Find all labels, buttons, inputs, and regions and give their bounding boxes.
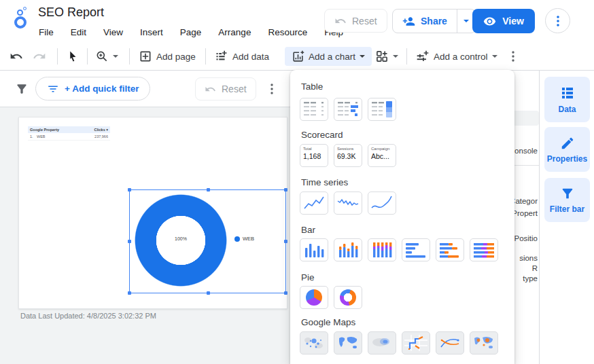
chevron-down-icon (464, 20, 469, 22)
menu-arrange[interactable]: Arrange (218, 27, 251, 37)
canvas-table-chart[interactable]: Google Property Clicks ▾ 1. WEB 237,966 (28, 126, 110, 141)
menu-resource[interactable]: Resource (268, 27, 307, 37)
chart-thumb-heatmap[interactable] (368, 331, 396, 354)
chart-thumb-line-map[interactable] (436, 331, 464, 354)
report-title[interactable]: SEO Report (38, 5, 104, 20)
chart-thumb-filled-map[interactable] (334, 331, 362, 354)
report-page[interactable]: Google Property Clicks ▾ 1. WEB 237,966 (18, 117, 287, 309)
menu-insert[interactable]: Insert (140, 27, 163, 37)
chart-thumb-scorecard-compact[interactable]: Sessions 69.3K (334, 144, 362, 167)
resize-handle[interactable] (128, 240, 131, 243)
more-vertical-icon (512, 51, 514, 62)
add-chart-button[interactable]: Add a chart (285, 47, 372, 66)
filterbar-more-button[interactable] (270, 84, 273, 94)
chart-thumb-table-bars[interactable] (334, 98, 362, 121)
add-data-icon (215, 50, 228, 63)
resize-handle[interactable] (128, 188, 131, 192)
more-vertical-icon (557, 16, 559, 26)
chart-thumb-pie[interactable] (300, 286, 328, 309)
col-clicks[interactable]: Clicks ▾ (94, 128, 108, 132)
toolbar-more-button[interactable] (512, 42, 514, 71)
community-visualizations-button[interactable] (375, 42, 398, 71)
chart-thumb-stacked-column[interactable] (334, 238, 362, 261)
sidebar-properties-button[interactable]: Properties (544, 127, 590, 172)
chart-thumb-bubble-map[interactable] (300, 331, 328, 354)
google-maps-thumbnails (300, 331, 498, 354)
chevron-down-icon (113, 55, 118, 58)
section-table: Table (301, 81, 323, 92)
table-thumbnails (300, 98, 396, 121)
header-reset-button[interactable]: Reset (324, 9, 387, 33)
add-quick-filter-button[interactable]: + Add quick filter (35, 77, 150, 101)
field-fragment: Positio (514, 234, 538, 242)
sidebar-properties-label: Properties (547, 154, 587, 164)
resize-handle[interactable] (128, 291, 131, 295)
time-series-thumbnails (300, 192, 396, 215)
zoom-tool-button[interactable] (95, 42, 118, 71)
header-more-button[interactable] (545, 8, 570, 33)
chart-thumb-route-map[interactable] (402, 331, 430, 354)
select-tool-button[interactable] (67, 42, 79, 71)
menu-page[interactable]: Page (180, 27, 202, 37)
view-button[interactable]: View (472, 9, 535, 33)
sidebar-data-button[interactable]: Data (544, 77, 590, 122)
add-control-button[interactable]: Add a control (416, 42, 497, 71)
sidebar-filter-bar-button[interactable]: Filter bar (544, 178, 590, 222)
row-property: WEB (37, 134, 94, 139)
chart-thumb-scorecard-text[interactable]: Campaign Abc... (368, 144, 396, 167)
legend-label: WEB (243, 236, 254, 242)
more-vertical-icon (270, 84, 273, 94)
chart-thumb-donut[interactable] (334, 286, 362, 309)
chart-thumb-column[interactable] (300, 238, 328, 261)
resize-handle[interactable] (284, 188, 287, 192)
view-label: View (502, 16, 524, 26)
share-split-button: Share (392, 9, 476, 33)
resize-handle[interactable] (207, 188, 210, 192)
resize-handle[interactable] (207, 291, 210, 295)
add-data-button[interactable]: Add data (215, 42, 269, 71)
right-sidebar: Data Properties Filter bar (539, 71, 594, 364)
panel-divider (514, 165, 539, 166)
field-fragment: R (532, 264, 538, 272)
field-fragment: Categor (514, 197, 538, 205)
chart-thumb-stacked-bar[interactable] (436, 238, 464, 261)
section-bar: Bar (301, 225, 315, 235)
looker-studio-logo[interactable] (11, 6, 33, 32)
menu-view[interactable]: View (103, 27, 123, 37)
chart-thumb-scorecard-total[interactable]: Total 1,168 (300, 144, 328, 167)
pie-thumbnails (300, 286, 362, 309)
resize-handle[interactable] (284, 240, 287, 243)
add-page-button[interactable]: Add page (139, 42, 196, 71)
chart-thumb-100-stacked-column[interactable] (368, 238, 396, 261)
undo-button[interactable] (10, 42, 23, 71)
add-chart-label: Add a chart (309, 52, 355, 62)
chart-thumb-bar[interactable] (402, 238, 430, 261)
scorecard-thumbnails: Total 1,168 Sessions 69.3K Campaign Abc.… (300, 144, 396, 167)
cursor-icon (67, 50, 79, 62)
chart-thumb-sparkline[interactable] (334, 192, 362, 215)
chevron-down-icon (492, 55, 497, 58)
chart-thumb-geo-bubble-map[interactable] (470, 331, 498, 354)
table-row: 1. WEB 237,966 (28, 133, 110, 141)
chart-thumb-table-heatmap[interactable] (368, 98, 396, 121)
app-header: SEO Report File Edit View Insert Page Ar… (0, 0, 594, 42)
chevron-down-icon (393, 55, 398, 58)
donut-chart[interactable]: 100% (135, 194, 227, 287)
data-source-fragment: Console (514, 147, 538, 155)
undo-icon (10, 50, 23, 63)
menu-file[interactable]: File (39, 27, 54, 37)
resize-handle[interactable] (284, 291, 287, 295)
menu-edit[interactable]: Edit (71, 27, 86, 37)
redo-icon (33, 50, 46, 63)
redo-button[interactable] (33, 42, 46, 71)
chart-thumb-100-stacked-bar[interactable] (470, 238, 498, 261)
chevron-down-icon (360, 55, 365, 58)
community-viz-icon (375, 50, 389, 63)
chart-thumb-table[interactable] (300, 98, 328, 121)
edit-toolbar: Add page Add data Add a chart Add a cont… (0, 42, 594, 71)
share-button[interactable]: Share (393, 10, 457, 33)
chart-thumb-time-series[interactable] (300, 192, 328, 215)
filter-reset-button[interactable]: Reset (195, 77, 256, 101)
chart-thumb-smoothed-time-series[interactable] (368, 192, 396, 215)
looker-studio-app: SEO Report File Edit View Insert Page Ar… (0, 0, 594, 364)
